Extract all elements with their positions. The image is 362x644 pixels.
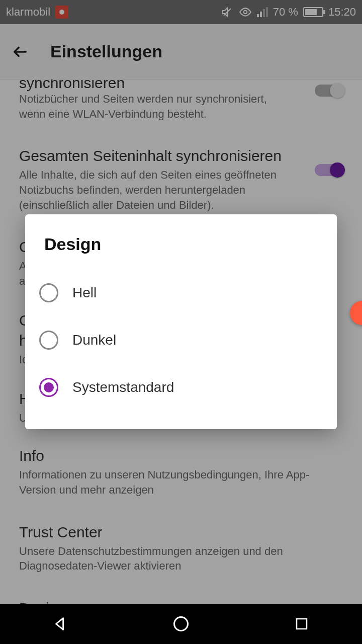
svg-point-1: [174, 617, 188, 631]
svg-rect-2: [297, 619, 307, 629]
radio-option-dunkel[interactable]: Dunkel: [39, 316, 323, 364]
radio-option-systemstandard[interactable]: Systemstandard: [39, 364, 323, 411]
radio-label: Hell: [72, 285, 97, 301]
design-dialog: Design Hell Dunkel Systemstandard: [25, 214, 337, 429]
radio-option-hell[interactable]: Hell: [39, 269, 323, 316]
radio-icon: [39, 378, 58, 397]
radio-icon: [39, 331, 58, 350]
system-nav-bar: [0, 604, 362, 644]
radio-label: Dunkel: [72, 332, 116, 348]
nav-home-icon[interactable]: [170, 613, 192, 635]
radio-label: Systemstandard: [72, 379, 174, 395]
nav-back-icon[interactable]: [49, 613, 71, 635]
nav-recent-icon[interactable]: [291, 613, 313, 635]
dialog-title: Design: [39, 234, 323, 254]
radio-icon: [39, 283, 58, 302]
